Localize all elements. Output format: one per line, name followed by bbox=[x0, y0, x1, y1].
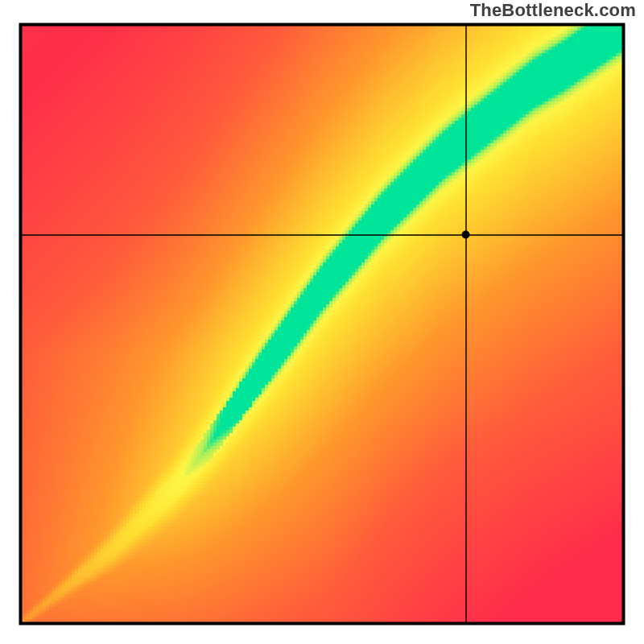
chart-container: TheBottleneck.com bbox=[0, 0, 644, 644]
watermark-text: TheBottleneck.com bbox=[470, 0, 636, 21]
bottleneck-heatmap bbox=[0, 0, 644, 644]
